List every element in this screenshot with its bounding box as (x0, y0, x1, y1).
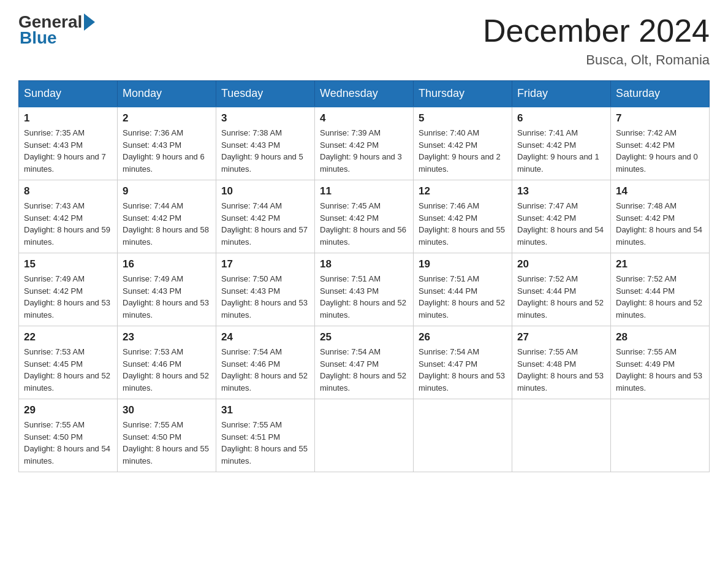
day-number: 20 (517, 258, 605, 270)
sunset-label: Sunset: 4:42 PM (24, 286, 83, 296)
day-header-saturday: Saturday (611, 81, 710, 107)
sunset-label: Sunset: 4:43 PM (24, 140, 83, 150)
sunrise-label: Sunrise: 7:54 AM (419, 347, 479, 356)
day-number: 22 (24, 331, 112, 343)
sunrise-label: Sunrise: 7:51 AM (419, 274, 479, 283)
daylight-label: Daylight: 8 hours and 53 minutes. (419, 371, 505, 393)
day-number: 8 (24, 185, 112, 197)
title-section: December 2024 Busca, Olt, Romania (483, 12, 710, 68)
day-number: 23 (123, 331, 211, 343)
day-number: 16 (123, 258, 211, 270)
logo-blue-text: Blue (20, 28, 57, 48)
sunset-label: Sunset: 4:43 PM (221, 140, 280, 150)
sunset-label: Sunset: 4:47 PM (320, 359, 379, 369)
day-info: Sunrise: 7:38 AM Sunset: 4:43 PM Dayligh… (221, 127, 309, 175)
calendar-header-row: SundayMondayTuesdayWednesdayThursdayFrid… (19, 81, 710, 107)
week-row-1: 1 Sunrise: 7:35 AM Sunset: 4:43 PM Dayli… (19, 107, 710, 180)
day-info: Sunrise: 7:52 AM Sunset: 4:44 PM Dayligh… (517, 273, 605, 321)
day-info: Sunrise: 7:55 AM Sunset: 4:48 PM Dayligh… (517, 346, 605, 394)
day-header-sunday: Sunday (19, 81, 118, 107)
sunrise-label: Sunrise: 7:45 AM (320, 201, 381, 210)
sunset-label: Sunset: 4:49 PM (616, 359, 675, 369)
calendar-table: SundayMondayTuesdayWednesdayThursdayFrid… (18, 80, 710, 472)
week-row-2: 8 Sunrise: 7:43 AM Sunset: 4:42 PM Dayli… (19, 180, 710, 253)
day-info: Sunrise: 7:36 AM Sunset: 4:43 PM Dayligh… (123, 127, 211, 175)
day-info: Sunrise: 7:54 AM Sunset: 4:47 PM Dayligh… (320, 346, 408, 394)
daylight-label: Daylight: 8 hours and 55 minutes. (419, 225, 505, 247)
week-row-4: 22 Sunrise: 7:53 AM Sunset: 4:45 PM Dayl… (19, 326, 710, 399)
daylight-label: Daylight: 8 hours and 52 minutes. (517, 298, 604, 320)
calendar-cell: 27 Sunrise: 7:55 AM Sunset: 4:48 PM Dayl… (512, 326, 611, 399)
calendar-cell: 30 Sunrise: 7:55 AM Sunset: 4:50 PM Dayl… (118, 399, 216, 472)
day-number: 30 (123, 404, 211, 416)
sunset-label: Sunset: 4:42 PM (616, 140, 675, 150)
day-info: Sunrise: 7:41 AM Sunset: 4:42 PM Dayligh… (517, 127, 605, 175)
daylight-label: Daylight: 8 hours and 53 minutes. (517, 371, 604, 393)
day-number: 21 (616, 258, 704, 270)
sunset-label: Sunset: 4:43 PM (320, 286, 379, 296)
day-number: 18 (320, 258, 408, 270)
month-title: December 2024 (483, 12, 710, 49)
day-info: Sunrise: 7:54 AM Sunset: 4:47 PM Dayligh… (419, 346, 507, 394)
sunset-label: Sunset: 4:51 PM (221, 432, 280, 442)
day-number: 4 (320, 112, 408, 124)
sunrise-label: Sunrise: 7:46 AM (419, 201, 479, 210)
day-header-tuesday: Tuesday (216, 81, 315, 107)
day-number: 15 (24, 258, 112, 270)
sunrise-label: Sunrise: 7:54 AM (320, 347, 381, 356)
calendar-cell: 31 Sunrise: 7:55 AM Sunset: 4:51 PM Dayl… (216, 399, 315, 472)
sunset-label: Sunset: 4:44 PM (517, 286, 576, 296)
sunrise-label: Sunrise: 7:53 AM (123, 347, 183, 356)
daylight-label: Daylight: 8 hours and 52 minutes. (123, 371, 209, 393)
day-info: Sunrise: 7:55 AM Sunset: 4:49 PM Dayligh… (616, 346, 704, 394)
sunset-label: Sunset: 4:44 PM (419, 286, 477, 296)
day-number: 13 (517, 185, 605, 197)
day-info: Sunrise: 7:45 AM Sunset: 4:42 PM Dayligh… (320, 200, 408, 248)
sunset-label: Sunset: 4:44 PM (616, 286, 675, 296)
day-number: 7 (616, 112, 704, 124)
day-number: 3 (221, 112, 309, 124)
day-info: Sunrise: 7:51 AM Sunset: 4:43 PM Dayligh… (320, 273, 408, 321)
daylight-label: Daylight: 9 hours and 2 minutes. (419, 152, 501, 174)
day-info: Sunrise: 7:55 AM Sunset: 4:50 PM Dayligh… (24, 419, 112, 467)
day-number: 28 (616, 331, 704, 343)
calendar-cell: 9 Sunrise: 7:44 AM Sunset: 4:42 PM Dayli… (118, 180, 216, 253)
calendar-cell: 23 Sunrise: 7:53 AM Sunset: 4:46 PM Dayl… (118, 326, 216, 399)
calendar-cell: 12 Sunrise: 7:46 AM Sunset: 4:42 PM Dayl… (414, 180, 512, 253)
day-number: 31 (221, 404, 309, 416)
daylight-label: Daylight: 8 hours and 52 minutes. (320, 298, 406, 320)
day-number: 9 (123, 185, 211, 197)
daylight-label: Daylight: 9 hours and 7 minutes. (24, 152, 106, 174)
calendar-cell: 15 Sunrise: 7:49 AM Sunset: 4:42 PM Dayl… (19, 253, 118, 326)
calendar-cell: 6 Sunrise: 7:41 AM Sunset: 4:42 PM Dayli… (512, 107, 611, 180)
sunrise-label: Sunrise: 7:55 AM (24, 420, 85, 429)
daylight-label: Daylight: 8 hours and 57 minutes. (221, 225, 308, 247)
day-info: Sunrise: 7:35 AM Sunset: 4:43 PM Dayligh… (24, 127, 112, 175)
daylight-label: Daylight: 8 hours and 54 minutes. (517, 225, 604, 247)
sunset-label: Sunset: 4:46 PM (221, 359, 280, 369)
sunset-label: Sunset: 4:47 PM (419, 359, 477, 369)
calendar-cell: 7 Sunrise: 7:42 AM Sunset: 4:42 PM Dayli… (611, 107, 710, 180)
day-number: 25 (320, 331, 408, 343)
sunset-label: Sunset: 4:42 PM (24, 213, 83, 223)
calendar-cell: 20 Sunrise: 7:52 AM Sunset: 4:44 PM Dayl… (512, 253, 611, 326)
sunset-label: Sunset: 4:42 PM (221, 213, 280, 223)
day-info: Sunrise: 7:39 AM Sunset: 4:42 PM Dayligh… (320, 127, 408, 175)
week-row-3: 15 Sunrise: 7:49 AM Sunset: 4:42 PM Dayl… (19, 253, 710, 326)
sunset-label: Sunset: 4:43 PM (123, 140, 181, 150)
daylight-label: Daylight: 8 hours and 52 minutes. (24, 371, 110, 393)
sunset-label: Sunset: 4:42 PM (419, 140, 477, 150)
day-header-friday: Friday (512, 81, 611, 107)
sunrise-label: Sunrise: 7:49 AM (123, 274, 183, 283)
daylight-label: Daylight: 9 hours and 0 minutes. (616, 152, 698, 174)
calendar-cell: 4 Sunrise: 7:39 AM Sunset: 4:42 PM Dayli… (315, 107, 414, 180)
day-info: Sunrise: 7:48 AM Sunset: 4:42 PM Dayligh… (616, 200, 704, 248)
sunset-label: Sunset: 4:50 PM (24, 432, 83, 442)
day-header-wednesday: Wednesday (315, 81, 414, 107)
calendar-cell: 21 Sunrise: 7:52 AM Sunset: 4:44 PM Dayl… (611, 253, 710, 326)
calendar-cell (315, 399, 414, 472)
sunrise-label: Sunrise: 7:35 AM (24, 128, 85, 137)
sunset-label: Sunset: 4:48 PM (517, 359, 576, 369)
daylight-label: Daylight: 8 hours and 53 minutes. (123, 298, 209, 320)
day-number: 26 (419, 331, 507, 343)
